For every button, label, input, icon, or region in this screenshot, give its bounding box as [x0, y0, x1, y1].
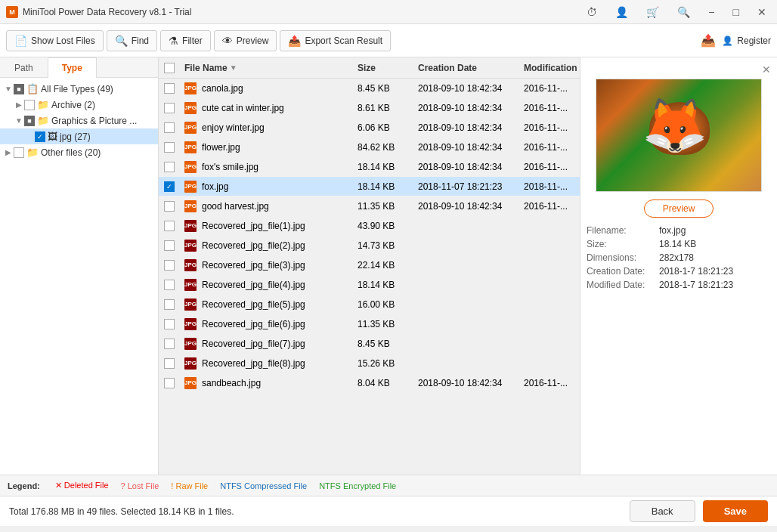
file-size: 22.14 KB — [358, 260, 395, 271]
table-row[interactable]: ✓ JPG fox.jpg 18.14 KB 2018-11-07 18:21:… — [159, 177, 580, 196]
preview-button[interactable]: 👁 Preview — [214, 30, 277, 51]
save-button[interactable]: Save — [703, 500, 768, 522]
table-row[interactable]: JPG Recovered_jpg_file(2).jpg 14.73 KB — [159, 236, 580, 255]
row-size-cell: 14.73 KB — [353, 240, 413, 251]
tree-check[interactable] — [14, 147, 24, 158]
show-lost-files-label: Show Lost Files — [31, 36, 95, 46]
left-panel: Path Type ▼ ■ 📋 All File Types (49) ▶ 📁 … — [0, 57, 159, 475]
row-checkbox[interactable] — [164, 378, 175, 388]
creation-date-label: Creation Date: — [587, 266, 655, 277]
table-row[interactable]: JPG Recovered_jpg_file(1).jpg 43.90 KB — [159, 216, 580, 236]
table-row[interactable]: JPG flower.jpg 84.62 KB 2018-09-10 18:42… — [159, 138, 580, 157]
file-date: 2018-09-10 18:42:34 — [418, 201, 502, 212]
select-all-checkbox[interactable] — [164, 63, 175, 73]
close-button[interactable]: ✕ — [753, 5, 771, 20]
file-name: canola.jpg — [202, 83, 243, 94]
table-row[interactable]: JPG cute cat in winter.jpg 8.61 KB 2018-… — [159, 98, 580, 118]
row-mod-cell: 2016-11-... — [519, 83, 580, 94]
preview-action-button[interactable]: Preview — [644, 200, 714, 218]
row-checkbox[interactable] — [164, 358, 175, 369]
legend-deleted: ✕ Deleted File — [55, 481, 109, 490]
table-row[interactable]: JPG Recovered_jpg_file(7).jpg 8.45 KB — [159, 334, 580, 354]
tree-check[interactable] — [24, 100, 35, 110]
row-checkbox[interactable] — [164, 319, 175, 329]
tree-item-root[interactable]: ▼ ■ 📋 All File Types (49) — [0, 81, 158, 97]
file-icon: JPG — [184, 240, 197, 252]
expand-icon[interactable]: ▼ — [3, 85, 14, 93]
tree-check[interactable]: ■ — [14, 84, 24, 94]
lost-label: Lost File — [128, 481, 159, 490]
cart-icon[interactable]: 🛒 — [642, 5, 664, 20]
tab-type[interactable]: Type — [48, 57, 97, 78]
row-checkbox[interactable] — [164, 201, 175, 212]
table-row[interactable]: JPG enjoy winter.jpg 6.06 KB 2018-09-10 … — [159, 118, 580, 138]
row-checkbox[interactable]: ✓ — [164, 181, 175, 192]
row-check-cell — [159, 162, 180, 172]
filter-button[interactable]: ⚗ Filter — [160, 30, 211, 51]
maximize-button[interactable]: □ — [729, 5, 744, 20]
tree-item-jpg[interactable]: ✓ 🖼 jpg (27) — [0, 128, 158, 144]
show-lost-files-button[interactable]: 📄 Show Lost Files — [6, 30, 104, 51]
file-size: 18.14 KB — [358, 162, 395, 172]
preview-close-button[interactable]: ✕ — [762, 63, 771, 76]
row-date-cell: 2018-09-10 18:42:34 — [413, 201, 519, 212]
row-date-cell: 2018-09-10 18:42:34 — [413, 83, 519, 94]
header-date-label: Creation Date — [418, 63, 477, 73]
header-mod-label: Modification — [524, 63, 577, 73]
row-checkbox[interactable] — [164, 221, 175, 231]
table-row[interactable]: JPG Recovered_jpg_file(3).jpg 22.14 KB — [159, 255, 580, 275]
back-button[interactable]: Back — [630, 500, 695, 522]
table-row[interactable]: JPG fox's smile.jpg 18.14 KB 2018-09-10 … — [159, 157, 580, 177]
table-row[interactable]: JPG sandbeach.jpg 8.04 KB 2018-09-10 18:… — [159, 373, 580, 393]
export-scan-result-button[interactable]: 📤 Export Scan Result — [280, 30, 391, 51]
update-icon[interactable]: 👤 — [611, 5, 633, 20]
title-bar: M MiniTool Power Data Recovery v8.1 - Tr… — [0, 0, 777, 24]
share-button[interactable]: 📤 — [701, 33, 716, 48]
row-checkbox[interactable] — [164, 260, 175, 271]
info-creation-row: Creation Date: 2018-1-7 18:21:23 — [587, 266, 771, 277]
tree-check[interactable]: ✓ — [35, 131, 45, 142]
row-check-cell — [159, 103, 180, 113]
table-row[interactable]: JPG good harvest.jpg 11.35 KB 2018-09-10… — [159, 196, 580, 216]
row-checkbox[interactable] — [164, 339, 175, 349]
row-date-cell: 2018-09-10 18:42:34 — [413, 162, 519, 172]
table-row[interactable]: JPG canola.jpg 8.45 KB 2018-09-10 18:42:… — [159, 79, 580, 98]
register-button[interactable]: 👤 Register — [722, 36, 771, 46]
row-checkbox[interactable] — [164, 240, 175, 251]
file-icon: JPG — [184, 298, 197, 311]
tabs-row: Path Type — [0, 57, 158, 78]
file-date: 2018-09-10 18:42:34 — [418, 378, 502, 388]
find-button[interactable]: 🔍 Find — [107, 30, 157, 51]
table-row[interactable]: JPG Recovered_jpg_file(4).jpg 18.14 KB — [159, 275, 580, 295]
expand-icon[interactable]: ▶ — [14, 101, 24, 109]
table-row[interactable]: JPG Recovered_jpg_file(6).jpg 11.35 KB — [159, 314, 580, 334]
tab-path[interactable]: Path — [0, 57, 48, 78]
help-icon[interactable]: ⏱ — [582, 5, 602, 20]
row-filename-cell: JPG enjoy winter.jpg — [180, 122, 353, 134]
tree-item-other[interactable]: ▶ 📁 Other files (20) — [0, 144, 158, 160]
row-filename-cell: JPG sandbeach.jpg — [180, 377, 353, 389]
tree-area[interactable]: ▼ ■ 📋 All File Types (49) ▶ 📁 Archive (2… — [0, 78, 158, 475]
file-icon: JPG — [184, 122, 197, 134]
row-checkbox[interactable] — [164, 83, 175, 94]
tree-item-graphics[interactable]: ▼ ■ 📁 Graphics & Picture ... — [0, 113, 158, 128]
row-checkbox[interactable] — [164, 142, 175, 153]
row-filename-cell: JPG cute cat in winter.jpg — [180, 102, 353, 114]
expand-icon[interactable]: ▼ — [14, 116, 24, 125]
row-checkbox[interactable] — [164, 162, 175, 172]
search-icon[interactable]: 🔍 — [673, 5, 695, 20]
row-checkbox[interactable] — [164, 280, 175, 290]
row-filename-cell: JPG canola.jpg — [180, 82, 353, 94]
tree-check[interactable]: ■ — [24, 116, 35, 126]
file-name: Recovered_jpg_file(1).jpg — [202, 221, 305, 231]
row-checkbox[interactable] — [164, 122, 175, 133]
row-checkbox[interactable] — [164, 103, 175, 113]
minimize-button[interactable]: − — [704, 5, 719, 20]
row-checkbox[interactable] — [164, 299, 175, 310]
row-filename-cell: JPG good harvest.jpg — [180, 200, 353, 212]
file-date: 2018-11-07 18:21:23 — [418, 181, 502, 192]
tree-item-archive[interactable]: ▶ 📁 Archive (2) — [0, 97, 158, 113]
expand-icon[interactable]: ▶ — [3, 148, 14, 156]
table-row[interactable]: JPG Recovered_jpg_file(8).jpg 15.26 KB — [159, 354, 580, 373]
table-row[interactable]: JPG Recovered_jpg_file(5).jpg 16.00 KB — [159, 295, 580, 314]
